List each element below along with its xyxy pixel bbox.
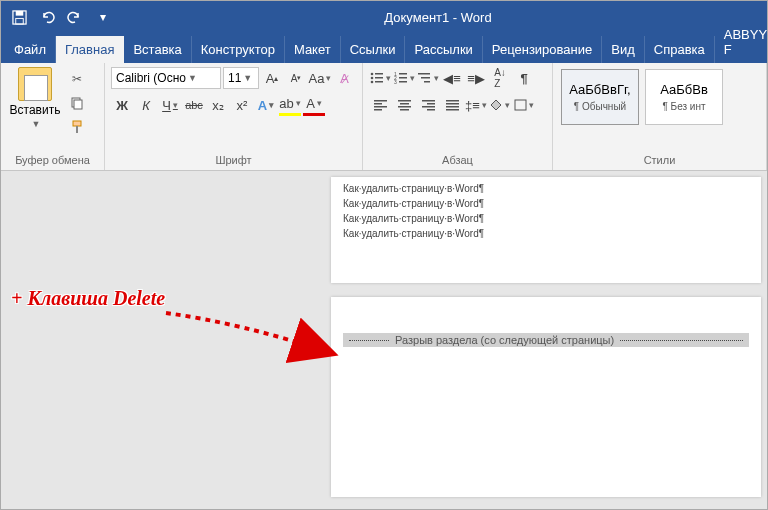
italic-button[interactable]: К xyxy=(135,94,157,116)
tab-references[interactable]: Ссылки xyxy=(341,36,406,63)
svg-rect-31 xyxy=(427,103,435,105)
svg-text:3: 3 xyxy=(394,79,397,84)
cut-icon[interactable]: ✂ xyxy=(67,69,87,89)
shading-icon[interactable]: ▾ xyxy=(489,94,511,116)
svg-rect-26 xyxy=(398,100,411,102)
format-painter-icon[interactable] xyxy=(67,117,87,137)
group-clipboard: Вставить ▼ ✂ Буфер обмена xyxy=(1,63,105,170)
clear-formatting-icon[interactable]: A̷ xyxy=(333,67,355,89)
tab-view[interactable]: Вид xyxy=(602,36,645,63)
group-paragraph: ▾ 123▾ ▾ ◀≡ ≡▶ A↓Z ¶ ‡≡▾ ▾ ▾ Абзац xyxy=(363,63,553,170)
decrease-indent-icon[interactable]: ◀≡ xyxy=(441,67,463,89)
highlight-icon[interactable]: ab▾ xyxy=(279,94,301,116)
svg-rect-32 xyxy=(422,106,435,108)
redo-icon[interactable] xyxy=(63,5,87,29)
group-font-label: Шрифт xyxy=(111,152,356,168)
annotation-text: + Клавиша Delete xyxy=(11,287,165,310)
save-icon[interactable] xyxy=(7,5,31,29)
svg-rect-38 xyxy=(515,100,526,110)
svg-rect-4 xyxy=(74,100,82,109)
borders-icon[interactable]: ▾ xyxy=(513,94,535,116)
svg-point-7 xyxy=(370,73,373,76)
ribbon: Вставить ▼ ✂ Буфер обмена Calibri (Осно▼… xyxy=(1,63,767,171)
font-color-icon[interactable]: A▾ xyxy=(303,94,325,116)
svg-rect-36 xyxy=(446,106,459,108)
grow-font-icon[interactable]: A▴ xyxy=(261,67,283,89)
section-break[interactable]: Разрыв раздела (со следующей страницы) xyxy=(343,333,749,347)
svg-rect-6 xyxy=(76,126,78,133)
shrink-font-icon[interactable]: A▾ xyxy=(285,67,307,89)
font-family-dropdown[interactable]: Calibri (Осно▼ xyxy=(111,67,221,89)
tab-abbyy[interactable]: ABBYY F xyxy=(715,21,768,63)
line-spacing-icon[interactable]: ‡≡▾ xyxy=(465,94,487,116)
tab-review[interactable]: Рецензирование xyxy=(483,36,602,63)
group-styles-label: Стили xyxy=(559,152,760,168)
justify-icon[interactable] xyxy=(441,94,463,116)
svg-rect-24 xyxy=(374,106,387,108)
page-1[interactable]: Как·удалить·страницу·в·Word¶ Как·удалить… xyxy=(331,177,761,283)
align-right-icon[interactable] xyxy=(417,94,439,116)
svg-rect-18 xyxy=(399,81,407,83)
group-styles: АаБбВвГг, ¶ Обычный АаБбВв ¶ Без инт Сти… xyxy=(553,63,767,170)
tab-home[interactable]: Главная xyxy=(56,36,124,63)
font-size-dropdown[interactable]: 11▼ xyxy=(223,67,259,89)
svg-rect-1 xyxy=(15,10,23,15)
underline-button[interactable]: Ч▾ xyxy=(159,94,181,116)
align-left-icon[interactable] xyxy=(369,94,391,116)
ribbon-tabs: Файл Главная Вставка Конструктор Макет С… xyxy=(1,33,767,63)
svg-rect-28 xyxy=(398,106,411,108)
copy-icon[interactable] xyxy=(67,93,87,113)
multilevel-list-icon[interactable]: ▾ xyxy=(417,67,439,89)
undo-icon[interactable] xyxy=(35,5,59,29)
sort-icon[interactable]: A↓Z xyxy=(489,67,511,89)
svg-rect-35 xyxy=(446,103,459,105)
titlebar: ▾ Документ1 - Word xyxy=(1,1,767,33)
doc-line[interactable]: Как·удалить·страницу·в·Word¶ xyxy=(343,198,749,209)
style-nospacing[interactable]: АаБбВв ¶ Без инт xyxy=(645,69,723,125)
quick-access-toolbar: ▾ xyxy=(7,5,115,29)
subscript-button[interactable]: x₂ xyxy=(207,94,229,116)
doc-line[interactable]: Как·удалить·страницу·в·Word¶ xyxy=(343,183,749,194)
svg-rect-21 xyxy=(424,81,430,83)
strikethrough-button[interactable]: abc xyxy=(183,94,205,116)
svg-rect-14 xyxy=(399,73,407,75)
svg-point-11 xyxy=(370,81,373,84)
svg-rect-8 xyxy=(375,73,383,75)
svg-rect-19 xyxy=(418,73,430,75)
svg-rect-2 xyxy=(15,18,23,24)
tab-design[interactable]: Конструктор xyxy=(192,36,285,63)
qat-customize-icon[interactable]: ▾ xyxy=(91,5,115,29)
svg-rect-30 xyxy=(422,100,435,102)
doc-line[interactable]: Как·удалить·страницу·в·Word¶ xyxy=(343,213,749,224)
tab-help[interactable]: Справка xyxy=(645,36,715,63)
document-area[interactable]: Как·удалить·страницу·в·Word¶ Как·удалить… xyxy=(1,171,767,509)
bullets-icon[interactable]: ▾ xyxy=(369,67,391,89)
font-size-value: 11 xyxy=(228,71,241,85)
svg-rect-29 xyxy=(400,109,409,111)
doc-line[interactable]: Как·удалить·страницу·в·Word¶ xyxy=(343,228,749,239)
bold-button[interactable]: Ж xyxy=(111,94,133,116)
numbering-icon[interactable]: 123▾ xyxy=(393,67,415,89)
group-font: Calibri (Осно▼ 11▼ A▴ A▾ Aa▾ A̷ Ж К Ч▾ a… xyxy=(105,63,363,170)
tab-file[interactable]: Файл xyxy=(5,36,56,63)
svg-rect-20 xyxy=(421,77,430,79)
align-center-icon[interactable] xyxy=(393,94,415,116)
group-clipboard-label: Буфер обмена xyxy=(7,152,98,168)
chevron-down-icon[interactable]: ▼ xyxy=(32,119,41,129)
show-marks-icon[interactable]: ¶ xyxy=(513,67,535,89)
increase-indent-icon[interactable]: ≡▶ xyxy=(465,67,487,89)
tab-mailings[interactable]: Рассылки xyxy=(405,36,482,63)
tab-insert[interactable]: Вставка xyxy=(124,36,191,63)
font-family-value: Calibri (Осно xyxy=(116,71,186,85)
style-normal[interactable]: АаБбВвГг, ¶ Обычный xyxy=(561,69,639,125)
change-case-icon[interactable]: Aa▾ xyxy=(309,67,331,89)
paste-button[interactable]: Вставить xyxy=(10,103,61,117)
text-effects-icon[interactable]: A▾ xyxy=(255,94,277,116)
style-name: ¶ Без инт xyxy=(662,101,705,112)
superscript-button[interactable]: x² xyxy=(231,94,253,116)
style-sample: АаБбВв xyxy=(660,82,708,97)
page-2[interactable]: Разрыв раздела (со следующей страницы) xyxy=(331,297,761,497)
style-sample: АаБбВвГг, xyxy=(569,82,630,97)
paste-icon[interactable] xyxy=(18,67,52,101)
tab-layout[interactable]: Макет xyxy=(285,36,341,63)
